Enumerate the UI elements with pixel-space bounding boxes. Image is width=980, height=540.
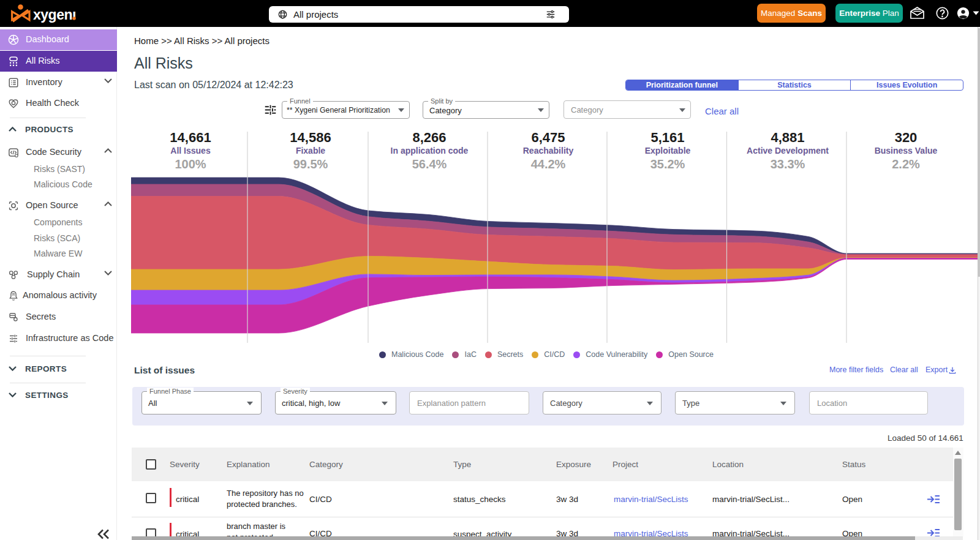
svg-text:xygenı: xygenı [33, 7, 76, 23]
